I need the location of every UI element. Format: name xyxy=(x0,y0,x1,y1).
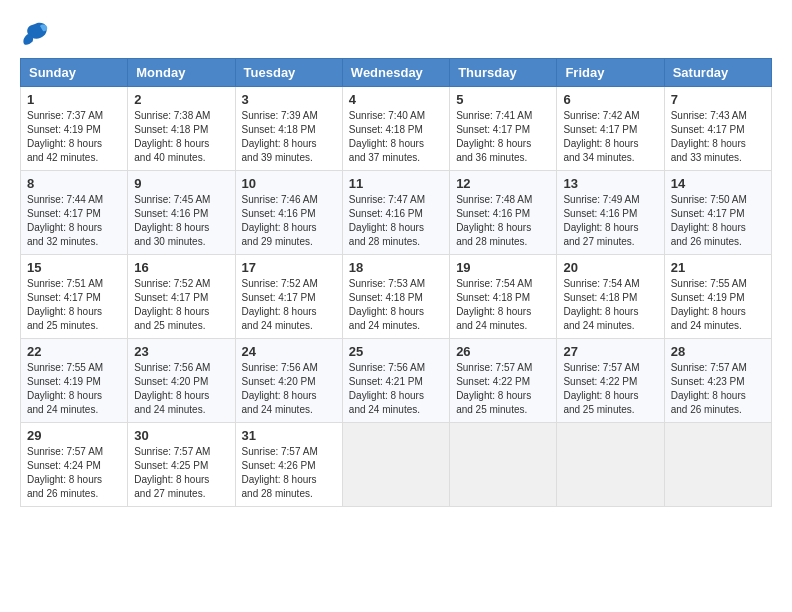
day-info: Sunrise: 7:56 AM Sunset: 4:20 PM Dayligh… xyxy=(242,361,336,417)
day-cell-2: 2Sunrise: 7:38 AM Sunset: 4:18 PM Daylig… xyxy=(128,87,235,171)
day-cell-3: 3Sunrise: 7:39 AM Sunset: 4:18 PM Daylig… xyxy=(235,87,342,171)
day-cell-14: 14Sunrise: 7:50 AM Sunset: 4:17 PM Dayli… xyxy=(664,171,771,255)
day-info: Sunrise: 7:40 AM Sunset: 4:18 PM Dayligh… xyxy=(349,109,443,165)
day-info: Sunrise: 7:54 AM Sunset: 4:18 PM Dayligh… xyxy=(563,277,657,333)
day-cell-12: 12Sunrise: 7:48 AM Sunset: 4:16 PM Dayli… xyxy=(450,171,557,255)
day-info: Sunrise: 7:43 AM Sunset: 4:17 PM Dayligh… xyxy=(671,109,765,165)
day-number: 27 xyxy=(563,344,657,359)
day-info: Sunrise: 7:55 AM Sunset: 4:19 PM Dayligh… xyxy=(27,361,121,417)
day-cell-5: 5Sunrise: 7:41 AM Sunset: 4:17 PM Daylig… xyxy=(450,87,557,171)
day-cell-27: 27Sunrise: 7:57 AM Sunset: 4:22 PM Dayli… xyxy=(557,339,664,423)
weekday-header-wednesday: Wednesday xyxy=(342,59,449,87)
day-info: Sunrise: 7:45 AM Sunset: 4:16 PM Dayligh… xyxy=(134,193,228,249)
day-number: 17 xyxy=(242,260,336,275)
day-cell-13: 13Sunrise: 7:49 AM Sunset: 4:16 PM Dayli… xyxy=(557,171,664,255)
calendar-week-row: 22Sunrise: 7:55 AM Sunset: 4:19 PM Dayli… xyxy=(21,339,772,423)
day-info: Sunrise: 7:48 AM Sunset: 4:16 PM Dayligh… xyxy=(456,193,550,249)
day-info: Sunrise: 7:47 AM Sunset: 4:16 PM Dayligh… xyxy=(349,193,443,249)
day-number: 29 xyxy=(27,428,121,443)
day-info: Sunrise: 7:56 AM Sunset: 4:20 PM Dayligh… xyxy=(134,361,228,417)
day-info: Sunrise: 7:37 AM Sunset: 4:19 PM Dayligh… xyxy=(27,109,121,165)
day-info: Sunrise: 7:39 AM Sunset: 4:18 PM Dayligh… xyxy=(242,109,336,165)
weekday-header-row: SundayMondayTuesdayWednesdayThursdayFrid… xyxy=(21,59,772,87)
day-info: Sunrise: 7:57 AM Sunset: 4:25 PM Dayligh… xyxy=(134,445,228,501)
weekday-header-monday: Monday xyxy=(128,59,235,87)
day-info: Sunrise: 7:44 AM Sunset: 4:17 PM Dayligh… xyxy=(27,193,121,249)
day-cell-28: 28Sunrise: 7:57 AM Sunset: 4:23 PM Dayli… xyxy=(664,339,771,423)
day-info: Sunrise: 7:57 AM Sunset: 4:26 PM Dayligh… xyxy=(242,445,336,501)
day-cell-21: 21Sunrise: 7:55 AM Sunset: 4:19 PM Dayli… xyxy=(664,255,771,339)
day-info: Sunrise: 7:53 AM Sunset: 4:18 PM Dayligh… xyxy=(349,277,443,333)
day-cell-11: 11Sunrise: 7:47 AM Sunset: 4:16 PM Dayli… xyxy=(342,171,449,255)
day-number: 9 xyxy=(134,176,228,191)
day-cell-20: 20Sunrise: 7:54 AM Sunset: 4:18 PM Dayli… xyxy=(557,255,664,339)
day-cell-17: 17Sunrise: 7:52 AM Sunset: 4:17 PM Dayli… xyxy=(235,255,342,339)
page-header xyxy=(20,20,772,48)
day-number: 11 xyxy=(349,176,443,191)
calendar-week-row: 15Sunrise: 7:51 AM Sunset: 4:17 PM Dayli… xyxy=(21,255,772,339)
day-number: 26 xyxy=(456,344,550,359)
day-info: Sunrise: 7:55 AM Sunset: 4:19 PM Dayligh… xyxy=(671,277,765,333)
day-info: Sunrise: 7:52 AM Sunset: 4:17 PM Dayligh… xyxy=(134,277,228,333)
day-number: 4 xyxy=(349,92,443,107)
day-info: Sunrise: 7:42 AM Sunset: 4:17 PM Dayligh… xyxy=(563,109,657,165)
day-number: 7 xyxy=(671,92,765,107)
day-info: Sunrise: 7:49 AM Sunset: 4:16 PM Dayligh… xyxy=(563,193,657,249)
day-cell-24: 24Sunrise: 7:56 AM Sunset: 4:20 PM Dayli… xyxy=(235,339,342,423)
day-number: 23 xyxy=(134,344,228,359)
weekday-header-tuesday: Tuesday xyxy=(235,59,342,87)
day-info: Sunrise: 7:54 AM Sunset: 4:18 PM Dayligh… xyxy=(456,277,550,333)
day-cell-31: 31Sunrise: 7:57 AM Sunset: 4:26 PM Dayli… xyxy=(235,423,342,507)
day-info: Sunrise: 7:50 AM Sunset: 4:17 PM Dayligh… xyxy=(671,193,765,249)
day-number: 21 xyxy=(671,260,765,275)
day-number: 18 xyxy=(349,260,443,275)
weekday-header-friday: Friday xyxy=(557,59,664,87)
day-cell-30: 30Sunrise: 7:57 AM Sunset: 4:25 PM Dayli… xyxy=(128,423,235,507)
day-info: Sunrise: 7:51 AM Sunset: 4:17 PM Dayligh… xyxy=(27,277,121,333)
day-number: 14 xyxy=(671,176,765,191)
day-number: 8 xyxy=(27,176,121,191)
day-info: Sunrise: 7:52 AM Sunset: 4:17 PM Dayligh… xyxy=(242,277,336,333)
day-number: 28 xyxy=(671,344,765,359)
day-number: 31 xyxy=(242,428,336,443)
day-info: Sunrise: 7:56 AM Sunset: 4:21 PM Dayligh… xyxy=(349,361,443,417)
day-cell-19: 19Sunrise: 7:54 AM Sunset: 4:18 PM Dayli… xyxy=(450,255,557,339)
day-cell-1: 1Sunrise: 7:37 AM Sunset: 4:19 PM Daylig… xyxy=(21,87,128,171)
day-info: Sunrise: 7:57 AM Sunset: 4:22 PM Dayligh… xyxy=(456,361,550,417)
day-cell-26: 26Sunrise: 7:57 AM Sunset: 4:22 PM Dayli… xyxy=(450,339,557,423)
empty-day-cell xyxy=(664,423,771,507)
day-number: 3 xyxy=(242,92,336,107)
day-number: 15 xyxy=(27,260,121,275)
day-cell-4: 4Sunrise: 7:40 AM Sunset: 4:18 PM Daylig… xyxy=(342,87,449,171)
weekday-header-thursday: Thursday xyxy=(450,59,557,87)
empty-day-cell xyxy=(450,423,557,507)
day-number: 20 xyxy=(563,260,657,275)
day-info: Sunrise: 7:46 AM Sunset: 4:16 PM Dayligh… xyxy=(242,193,336,249)
day-cell-25: 25Sunrise: 7:56 AM Sunset: 4:21 PM Dayli… xyxy=(342,339,449,423)
day-number: 16 xyxy=(134,260,228,275)
empty-day-cell xyxy=(557,423,664,507)
day-cell-9: 9Sunrise: 7:45 AM Sunset: 4:16 PM Daylig… xyxy=(128,171,235,255)
weekday-header-sunday: Sunday xyxy=(21,59,128,87)
day-cell-22: 22Sunrise: 7:55 AM Sunset: 4:19 PM Dayli… xyxy=(21,339,128,423)
day-info: Sunrise: 7:57 AM Sunset: 4:24 PM Dayligh… xyxy=(27,445,121,501)
weekday-header-saturday: Saturday xyxy=(664,59,771,87)
day-number: 12 xyxy=(456,176,550,191)
calendar-week-row: 29Sunrise: 7:57 AM Sunset: 4:24 PM Dayli… xyxy=(21,423,772,507)
day-cell-18: 18Sunrise: 7:53 AM Sunset: 4:18 PM Dayli… xyxy=(342,255,449,339)
day-cell-10: 10Sunrise: 7:46 AM Sunset: 4:16 PM Dayli… xyxy=(235,171,342,255)
empty-day-cell xyxy=(342,423,449,507)
day-number: 24 xyxy=(242,344,336,359)
day-number: 10 xyxy=(242,176,336,191)
calendar-week-row: 8Sunrise: 7:44 AM Sunset: 4:17 PM Daylig… xyxy=(21,171,772,255)
day-number: 5 xyxy=(456,92,550,107)
calendar-table: SundayMondayTuesdayWednesdayThursdayFrid… xyxy=(20,58,772,507)
calendar-week-row: 1Sunrise: 7:37 AM Sunset: 4:19 PM Daylig… xyxy=(21,87,772,171)
day-cell-7: 7Sunrise: 7:43 AM Sunset: 4:17 PM Daylig… xyxy=(664,87,771,171)
day-cell-15: 15Sunrise: 7:51 AM Sunset: 4:17 PM Dayli… xyxy=(21,255,128,339)
day-number: 25 xyxy=(349,344,443,359)
day-number: 22 xyxy=(27,344,121,359)
day-cell-16: 16Sunrise: 7:52 AM Sunset: 4:17 PM Dayli… xyxy=(128,255,235,339)
day-number: 1 xyxy=(27,92,121,107)
day-cell-8: 8Sunrise: 7:44 AM Sunset: 4:17 PM Daylig… xyxy=(21,171,128,255)
